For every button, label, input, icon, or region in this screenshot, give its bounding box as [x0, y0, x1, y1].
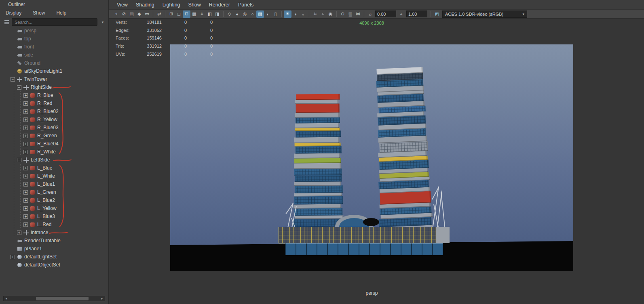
expand-toggle[interactable]: + — [23, 109, 28, 114]
tree-item-R_White[interactable]: +R_White — [0, 148, 107, 156]
safe-title-icon[interactable]: ◨ — [213, 10, 221, 18]
tree-item-R_Red[interactable]: +R_Red — [0, 99, 107, 107]
tree-item-top[interactable]: top — [0, 35, 107, 43]
joints-xray-icon[interactable]: ⋈ — [354, 10, 362, 18]
render-view[interactable] — [170, 44, 573, 271]
scroll-left-icon[interactable]: ◄ — [4, 296, 9, 301]
outliner-h-scrollbar[interactable]: ◄ ► — [3, 296, 105, 301]
expand-toggle[interactable]: + — [23, 166, 28, 170]
expand-toggle[interactable]: + — [17, 231, 21, 235]
multisample-aa-icon[interactable]: ≈ — [319, 10, 327, 18]
menu-lighting[interactable]: Lighting — [159, 2, 184, 8]
exposure-field[interactable]: 0.00 — [375, 10, 396, 17]
pan-zoom-icon[interactable]: ⇄ — [155, 10, 163, 18]
gate-mask-icon[interactable]: ▩ — [190, 10, 198, 18]
expand-toggle[interactable]: + — [23, 222, 28, 227]
tree-item-Intrance[interactable]: +Intrance — [0, 229, 107, 237]
shadows-icon[interactable]: ◑ — [291, 10, 299, 18]
depth-of-field-icon[interactable]: ◉ — [327, 10, 334, 18]
expand-toggle[interactable]: + — [23, 206, 28, 211]
expand-toggle[interactable]: − — [11, 77, 15, 82]
tree-item-R_Blue03[interactable]: +R_Blue03 — [0, 124, 107, 132]
resolution-gate-icon[interactable]: ⊡ — [183, 10, 190, 18]
expand-toggle[interactable]: + — [23, 134, 28, 138]
expand-toggle[interactable]: + — [23, 117, 28, 122]
scrollbar-thumb[interactable] — [36, 297, 89, 300]
expand-toggle[interactable]: − — [17, 85, 21, 90]
expand-toggle[interactable]: + — [23, 182, 28, 187]
gamma-icon[interactable]: ◓ — [397, 10, 405, 18]
tree-item-side[interactable]: side — [0, 51, 107, 59]
camera-attributes-icon[interactable]: ▤ — [128, 10, 135, 18]
menu-show[interactable]: Show — [185, 2, 205, 8]
tree-item-R_Blue02[interactable]: +R_Blue02 — [0, 107, 107, 115]
smooth-shade-icon[interactable]: ● — [233, 10, 241, 18]
tree-item-persp[interactable]: persp — [0, 27, 107, 35]
flat-shade-icon[interactable]: ○ — [249, 10, 256, 18]
view-transform-select[interactable]: ACES 1.0 SDR-video (sRGB) ▾ — [442, 10, 527, 18]
expand-toggle[interactable]: + — [23, 198, 28, 203]
tree-item-L_Red[interactable]: +L_Red — [0, 220, 107, 229]
exposure-icon[interactable]: ☼ — [366, 10, 374, 18]
bookmarks-icon[interactable]: ◆ — [135, 10, 143, 18]
expand-toggle[interactable]: + — [23, 101, 28, 106]
use-all-lights-icon[interactable]: ☀ — [284, 10, 291, 18]
menu-panels[interactable]: Panels — [234, 2, 257, 8]
xray-icon[interactable]: ▒ — [346, 10, 354, 18]
textured-icon[interactable]: ▨ — [256, 10, 264, 18]
menu-renderer[interactable]: Renderer — [205, 2, 234, 8]
tree-item-R_Blue[interactable]: +R_Blue — [0, 91, 107, 99]
tree-item-LefttSide[interactable]: −LefttSide — [0, 156, 107, 164]
expand-toggle[interactable]: + — [11, 255, 15, 259]
expand-toggle[interactable]: + — [23, 93, 28, 98]
expand-toggle[interactable]: + — [23, 174, 28, 178]
tree-item-aiSkyDomeLight1[interactable]: aiSkyDomeLight1 — [0, 67, 107, 75]
tree-item-Ground[interactable]: Ground — [0, 59, 107, 67]
wireframe-on-shaded-icon[interactable]: ◎ — [241, 10, 249, 18]
panel-menu-icon[interactable] — [4, 20, 10, 25]
expand-toggle[interactable]: + — [23, 190, 28, 195]
tree-item-RenderTurntable[interactable]: RenderTurntable — [0, 237, 107, 245]
screen-space-ao-icon[interactable]: ◒ — [299, 10, 307, 18]
motion-blur-icon[interactable]: ≋ — [311, 10, 319, 18]
search-options-chevron-icon[interactable]: ▾ — [99, 20, 106, 24]
scrollbar-track[interactable] — [9, 296, 99, 301]
expand-toggle[interactable]: − — [17, 158, 21, 162]
expand-toggle[interactable]: + — [23, 142, 28, 146]
menu-help[interactable]: Help — [56, 10, 66, 16]
color-management-icon[interactable]: ◩ — [433, 10, 441, 18]
tree-item-L_Blue[interactable]: +L_Blue — [0, 164, 107, 172]
scroll-right-icon[interactable]: ► — [99, 296, 105, 301]
tree-item-R_Green[interactable]: +R_Green — [0, 132, 107, 140]
camera-lock-icon[interactable]: ⊘ — [120, 10, 128, 18]
tree-item-L_Blue2[interactable]: +L_Blue2 — [0, 196, 107, 204]
tree-item-pPlane1[interactable]: pPlane1 — [0, 245, 107, 253]
gamma-field[interactable]: 1.00 — [406, 10, 427, 17]
menu-view[interactable]: View — [113, 2, 131, 8]
expand-toggle[interactable]: + — [23, 150, 28, 154]
safe-action-icon[interactable]: ◧ — [206, 10, 213, 18]
use-default-material-icon[interactable]: ◐ — [264, 10, 272, 18]
tree-item-defaultLightSet[interactable]: +defaultLightSet — [0, 253, 107, 261]
search-input[interactable] — [12, 18, 97, 26]
expand-toggle[interactable]: + — [23, 126, 28, 130]
tree-item-front[interactable]: front — [0, 43, 107, 51]
menu-show[interactable]: Show — [33, 10, 45, 16]
tree-item-R_Yellow[interactable]: +R_Yellow — [0, 115, 107, 124]
tree-item-L_Blue3[interactable]: +L_Blue3 — [0, 212, 107, 220]
tree-item-L_White[interactable]: +L_White — [0, 172, 107, 180]
wireframe-icon[interactable]: ◇ — [226, 10, 233, 18]
tree-item-TwinTower[interactable]: −TwinTower — [0, 75, 107, 83]
menu-shading[interactable]: Shading — [132, 2, 158, 8]
tree-item-RightSide[interactable]: −RightSide — [0, 83, 107, 91]
field-chart-icon[interactable]: ⌗ — [198, 10, 206, 18]
tree-item-L_Yellow[interactable]: +L_Yellow — [0, 204, 107, 212]
bounding-box-icon[interactable]: ▯ — [272, 10, 279, 18]
expand-toggle[interactable]: + — [23, 214, 28, 219]
tree-item-defaultObjectSet[interactable]: defaultObjectSet — [0, 261, 107, 269]
isolate-select-icon[interactable]: ⊙ — [339, 10, 346, 18]
image-plane-icon[interactable]: ▭ — [143, 10, 151, 18]
menu-display[interactable]: Display — [6, 10, 21, 16]
film-gate-icon[interactable]: □ — [175, 10, 183, 18]
select-camera-icon[interactable]: ⌖ — [112, 10, 120, 18]
